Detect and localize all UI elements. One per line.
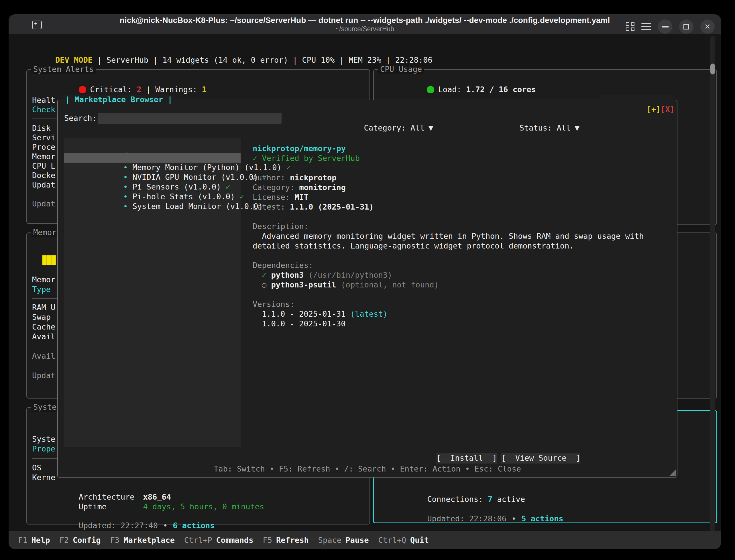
maximize-icon bbox=[683, 24, 689, 29]
updated-fragment: Updat bbox=[32, 199, 55, 209]
license-row: License: MIT bbox=[253, 192, 674, 202]
connections-count: 7 bbox=[488, 495, 492, 504]
actions-link[interactable]: 6 actions bbox=[173, 521, 214, 530]
cpu-load-row: Load: 1.72 / 16 cores bbox=[380, 75, 536, 85]
dependency-name: python3 bbox=[271, 271, 304, 279]
category-row: Category: monitoring bbox=[253, 183, 674, 192]
modal-add-button[interactable]: [+] bbox=[647, 105, 661, 114]
memory-item: RAM U bbox=[32, 303, 55, 312]
updated-time: Updated: 22:28:06 bbox=[428, 514, 507, 523]
system-info-title: Syste bbox=[31, 402, 59, 412]
divider bbox=[58, 459, 676, 459]
list-item[interactable]: • Pi Sensors (v1.0.0) ✓ bbox=[64, 172, 240, 182]
description-label: Description: bbox=[253, 222, 674, 231]
chevron-down-icon: ▼ bbox=[575, 123, 579, 132]
scrollbar-track[interactable] bbox=[710, 36, 715, 549]
spacer bbox=[253, 251, 674, 261]
latest-tag: (latest) bbox=[350, 309, 388, 318]
marketplace-browser-modal: | Marketplace Browser | [+][X] Search: C… bbox=[57, 100, 677, 478]
architecture-row: Architecturex86_64 bbox=[32, 482, 171, 492]
dependency-row: ✓ python3 (/usr/bin/python3) bbox=[253, 270, 674, 280]
close-button[interactable]: ✕ bbox=[700, 19, 715, 34]
fkey-marketplace[interactable]: F3Marketplace bbox=[110, 536, 175, 545]
category-filter-label: Category: All bbox=[364, 123, 425, 132]
dependency-note: (optional, not found) bbox=[336, 280, 439, 289]
search-input[interactable] bbox=[98, 113, 281, 124]
actions-link[interactable]: 5 actions bbox=[521, 514, 563, 523]
connections-row: Connections: 7 active bbox=[381, 485, 525, 494]
license-value: MIT bbox=[294, 193, 308, 202]
latest-row: Latest: 1.1.0 (2025-01-31) bbox=[253, 202, 674, 212]
list-item[interactable]: • Memory Monitor (Python) (v1.1.0) ✓ bbox=[64, 153, 240, 163]
author-label: Author: bbox=[253, 173, 290, 182]
chevron-down-icon: ▼ bbox=[429, 123, 433, 132]
status-info: | ServerHub | 14 widgets (14 ok, 0 error… bbox=[92, 56, 433, 64]
updated-time: Updated: 22:27:40 bbox=[79, 521, 158, 530]
versions-label: Versions: bbox=[253, 299, 674, 309]
health-item: Updat bbox=[32, 180, 55, 190]
fkey-commands[interactable]: Ctrl+PCommands bbox=[184, 536, 253, 545]
cpu-status-dot bbox=[427, 86, 434, 93]
version-row: 1.1.0 - 2025-01-31 (latest) bbox=[253, 309, 674, 319]
tabs-grid-icon[interactable] bbox=[626, 22, 635, 31]
health-header-fragment: Healt bbox=[32, 95, 55, 105]
search-label: Search: bbox=[64, 113, 97, 123]
description-line: detailed statistics. Language-agnostic w… bbox=[253, 241, 674, 251]
scrollbar-thumb[interactable] bbox=[710, 64, 715, 74]
fkey-pause[interactable]: SpacePause bbox=[318, 536, 369, 545]
system-header-fragment: Syste bbox=[32, 434, 55, 444]
system-alerts-title: System Alerts bbox=[31, 64, 96, 74]
system-item: OS bbox=[32, 463, 42, 473]
memory-item: Swap bbox=[32, 312, 51, 322]
memory-panel-title: Memor bbox=[31, 228, 59, 237]
dependency-name: python3-psutil bbox=[271, 280, 336, 289]
minimize-button[interactable] bbox=[658, 19, 672, 34]
status-filter-dropdown[interactable]: Status: All▼ bbox=[473, 113, 580, 123]
connections-suffix: active bbox=[492, 495, 525, 504]
window-title: nick@nick-NucBox-K8-Plus: ~/source/Serve… bbox=[9, 15, 721, 25]
alerts-summary: Critical: 2 | Warnings: 1 bbox=[32, 75, 206, 85]
category-label: Category: bbox=[253, 183, 299, 192]
bullet-icon: • bbox=[123, 202, 128, 211]
widget-name: System Load Monitor (v1.0.0) bbox=[133, 202, 263, 211]
fkey-config[interactable]: F2Config bbox=[60, 536, 101, 545]
latest-value: 1.1.0 (2025-01-31) bbox=[290, 202, 374, 211]
version-value: 1.0.0 - 2025-01-30 bbox=[262, 319, 346, 328]
list-item[interactable]: • Pi-hole Stats (v1.0.0) ✓ bbox=[64, 182, 240, 192]
install-button[interactable]: [ Install ] bbox=[437, 453, 497, 464]
list-header: AVAILABLE (5) bbox=[64, 142, 240, 152]
separator: | bbox=[141, 85, 155, 94]
properties-header-fragment[interactable]: Prope bbox=[32, 444, 55, 454]
modal-close-button[interactable]: [X] bbox=[661, 105, 675, 114]
panel-updated-row: Updated: 22:28:06•5 actions bbox=[381, 504, 563, 514]
widget-detail-pane: nickprotop/memory-py ✓ Verified by Serve… bbox=[253, 144, 674, 329]
terminal-content: DEV MODE | ServerHub | 14 widgets (14 ok… bbox=[9, 34, 721, 549]
system-item: Kerne bbox=[32, 473, 55, 482]
author-value: nickprotop bbox=[290, 173, 336, 182]
fkey-quit[interactable]: Ctrl+QQuit bbox=[378, 536, 429, 545]
load-label: Load: bbox=[438, 85, 466, 94]
divider bbox=[253, 163, 674, 173]
menu-icon[interactable] bbox=[641, 23, 651, 30]
critical-label: Critical: bbox=[90, 85, 137, 94]
maximize-button[interactable] bbox=[679, 19, 693, 34]
category-filter-dropdown[interactable]: Category: All▼ bbox=[317, 113, 433, 123]
bullet-icon: • bbox=[512, 514, 516, 523]
type-header-fragment[interactable]: Type bbox=[32, 285, 51, 294]
latest-label: Latest: bbox=[253, 202, 290, 211]
health-item: Servi bbox=[32, 133, 55, 143]
widget-list-pane: AVAILABLE (5) • Memory Monitor (Python) … bbox=[64, 138, 240, 447]
titlebar: + nick@nick-NucBox-K8-Plus: ~/source/Ser… bbox=[9, 14, 721, 34]
verified-text: Verified by ServerHub bbox=[257, 154, 360, 163]
category-value: monitoring bbox=[299, 183, 346, 192]
checks-header-fragment[interactable]: Check bbox=[32, 105, 55, 115]
fkey-refresh[interactable]: F5Refresh bbox=[263, 536, 309, 545]
uptime-value: 4 days, 5 hours, 0 minutes bbox=[143, 502, 264, 511]
list-item[interactable]: • NVIDIA GPU Monitor (v1.0.0) ✓ bbox=[64, 163, 240, 172]
modal-title: | Marketplace Browser | bbox=[64, 95, 174, 104]
version-value: 1.1.0 - 2025-01-31 bbox=[262, 309, 350, 318]
fkey-help[interactable]: F1Help bbox=[18, 536, 50, 545]
list-item[interactable]: • System Load Monitor (v1.0.0) ✓ bbox=[64, 192, 240, 202]
view-source-button[interactable]: [ View Source ] bbox=[501, 453, 580, 464]
resize-handle-icon[interactable] bbox=[669, 469, 676, 476]
